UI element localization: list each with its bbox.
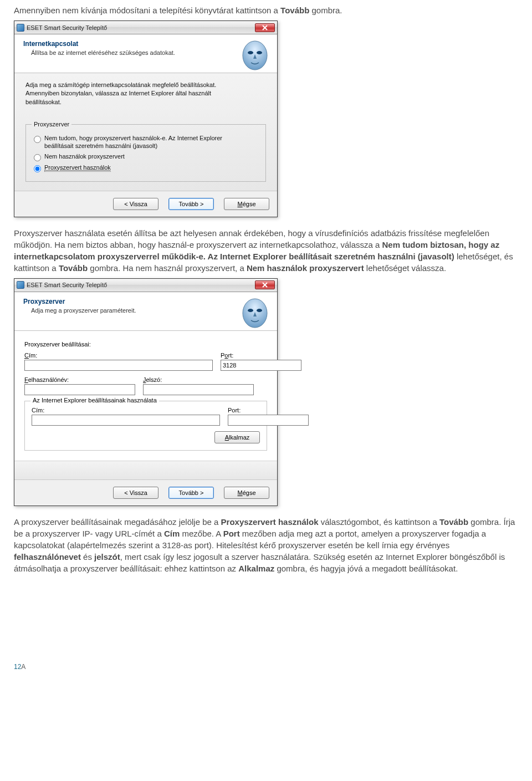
pass-label: Jelszó: (143, 376, 254, 383)
back-button[interactable]: < Vissza (113, 198, 158, 210)
window-title: ESET Smart Security Telepítő (27, 24, 255, 31)
titlebar: ESET Smart Security Telepítő (14, 21, 277, 34)
mid-paragraph: Proxyszerver használata esetén állítsa b… (14, 227, 518, 274)
svg-point-8 (248, 309, 253, 312)
ie-legend: Az Internet Explorer beállításainak hasz… (30, 397, 159, 404)
button-bar: < Vissza Tovább > Mégse (14, 479, 277, 506)
header-title: Internetkapcsolat (23, 40, 239, 48)
port-label: Port: (221, 352, 301, 359)
svg-point-3 (248, 51, 253, 54)
button-bar: < Vissza Tovább > Mégse (14, 191, 277, 217)
ie-addr-label: Cím: (32, 407, 220, 414)
proxy-legend: Proxyszerver (32, 121, 71, 127)
radio-none-label: Nem használok proxyszervert (44, 152, 125, 160)
close-icon (262, 282, 268, 288)
svg-point-4 (257, 51, 262, 54)
next-button[interactable]: Tovább > (168, 487, 214, 499)
ie-group: Az Internet Explorer beállításainak hasz… (24, 401, 267, 451)
proxy-fieldset: Proxyszerver Nem tudom, hogy proxyszerve… (25, 121, 266, 182)
dialog-form: Proxyszerver beállításai: Cím: Port: Fel… (14, 331, 277, 461)
intro-paragraph: Amennyiben nem kívánja módosítani a tele… (14, 4, 518, 16)
installer-dialog-internet: ESET Smart Security Telepítő Internetkap… (14, 21, 278, 217)
apply-button[interactable]: Alkalmaz (214, 431, 260, 443)
dialog-header: Proxyszerver Adja meg a proxyszerver par… (14, 292, 277, 331)
radio-use-label: Proxyszervert használok (44, 164, 111, 172)
proxy-section-label: Proxyszerver beállításai: (24, 341, 267, 348)
close-icon (262, 25, 268, 30)
page-number: 12A (14, 663, 518, 671)
app-icon (17, 24, 24, 32)
robot-face-icon (239, 40, 270, 71)
cancel-button[interactable]: Mégse (224, 198, 269, 210)
close-button[interactable] (255, 280, 275, 289)
radio-auto[interactable] (34, 136, 41, 143)
header-subtitle: Állítsa be az internet eléréséhez szüksé… (23, 49, 239, 56)
radio-row-auto: Nem tudom, hogy proxyszervert használok-… (32, 134, 260, 150)
final-paragraph: A proxyszerver beállításainak megadásáho… (14, 516, 518, 574)
titlebar: ESET Smart Security Telepítő (14, 279, 277, 292)
ie-addr-input[interactable] (32, 415, 220, 426)
pass-input[interactable] (143, 384, 254, 395)
close-button[interactable] (255, 23, 275, 32)
radio-use[interactable] (34, 165, 41, 172)
radio-none[interactable] (34, 154, 41, 161)
radio-row-use: Proxyszervert használok (32, 164, 260, 172)
installer-dialog-proxy: ESET Smart Security Telepítő Proxyszerve… (14, 278, 278, 506)
dialog-body: Adja meg a számítógép internetkapcsolatá… (14, 73, 277, 191)
header-subtitle: Adja meg a proxyszerver paramétereit. (23, 307, 239, 314)
window-title: ESET Smart Security Telepítő (27, 282, 255, 288)
header-title: Proxyszerver (23, 298, 239, 305)
addr-input[interactable] (24, 360, 213, 371)
back-button[interactable]: < Vissza (113, 487, 158, 499)
ie-port-input[interactable] (228, 415, 309, 426)
hint-text: Adja meg a számítógép internetkapcsolatá… (25, 81, 219, 106)
svg-point-9 (257, 309, 262, 312)
addr-label: Cím: (24, 352, 213, 359)
app-icon (17, 281, 24, 289)
spacer (14, 461, 277, 479)
radio-auto-label: Nem tudom, hogy proxyszervert használok-… (44, 134, 244, 150)
radio-row-none: Nem használok proxyszervert (32, 152, 260, 161)
next-button[interactable]: Tovább > (168, 198, 214, 210)
ie-port-label: Port: (228, 407, 309, 414)
dialog-header: Internetkapcsolat Állítsa be az internet… (14, 34, 277, 73)
user-input[interactable] (24, 384, 135, 395)
cancel-button[interactable]: Mégse (224, 487, 269, 499)
port-input[interactable] (221, 360, 301, 371)
robot-face-icon (239, 298, 270, 329)
user-label: Felhasználónév: (24, 376, 135, 383)
